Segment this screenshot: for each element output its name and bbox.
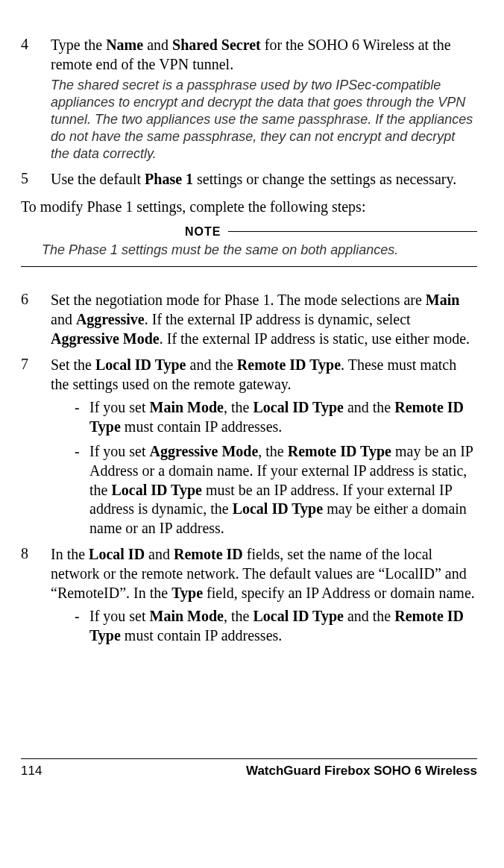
footer-rule — [21, 758, 477, 759]
list-item: If you set Aggressive Mode, the Remote I… — [75, 442, 477, 538]
step-6: 6 Set the negotiation mode for Phase 1. … — [21, 291, 477, 348]
page: 4 Type the Name and Shared Secret for th… — [0, 0, 504, 868]
page-number: 114 — [21, 764, 42, 779]
list-item: If you set Main Mode, the Local ID Type … — [75, 398, 477, 436]
step-8-bullets: If you set Main Mode, the Local ID Type … — [51, 607, 477, 645]
step-text: Set the Local ID Type and the Remote ID … — [51, 356, 456, 392]
step-text: Type the Name and Shared Secret for the … — [51, 37, 451, 72]
step-text: Set the negotiation mode for Phase 1. Th… — [51, 292, 470, 346]
step-number: 5 — [21, 170, 42, 187]
note-bottom-rule — [21, 266, 477, 267]
step-number: 8 — [21, 545, 42, 562]
step-7: 7 Set the Local ID Type and the Remote I… — [21, 356, 477, 538]
note-label: NOTE — [185, 225, 228, 239]
list-item: If you set Main Mode, the Local ID Type … — [75, 607, 477, 645]
note-body: The Phase 1 settings must be the same on… — [21, 242, 477, 259]
step-subnote: The shared secret is a passphrase used b… — [51, 77, 477, 163]
step-7-bullets: If you set Main Mode, the Local ID Type … — [51, 398, 477, 538]
note-block: NOTE The Phase 1 settings must be the sa… — [21, 225, 477, 267]
step-text: In the Local ID and Remote ID fields, se… — [51, 546, 475, 600]
phase1-intro: To modify Phase 1 settings, complete the… — [21, 197, 477, 216]
note-header: NOTE — [21, 225, 477, 239]
note-top-rule — [228, 231, 477, 232]
footer-title: WatchGuard Firebox SOHO 6 Wireless — [246, 764, 477, 779]
step-5: 5 Use the default Phase 1 settings or ch… — [21, 170, 477, 189]
footer-row: 114 WatchGuard Firebox SOHO 6 Wireless — [21, 764, 477, 779]
page-footer: 114 WatchGuard Firebox SOHO 6 Wireless — [21, 758, 477, 779]
step-number: 6 — [21, 291, 42, 308]
step-4: 4 Type the Name and Shared Secret for th… — [21, 36, 477, 163]
step-list-bottom: 6 Set the negotiation mode for Phase 1. … — [21, 291, 477, 645]
step-number: 4 — [21, 36, 42, 53]
step-8: 8 In the Local ID and Remote ID fields, … — [21, 545, 477, 645]
step-number: 7 — [21, 356, 42, 373]
step-text: Use the default Phase 1 settings or chan… — [51, 171, 456, 187]
step-list-top: 4 Type the Name and Shared Secret for th… — [21, 36, 477, 189]
